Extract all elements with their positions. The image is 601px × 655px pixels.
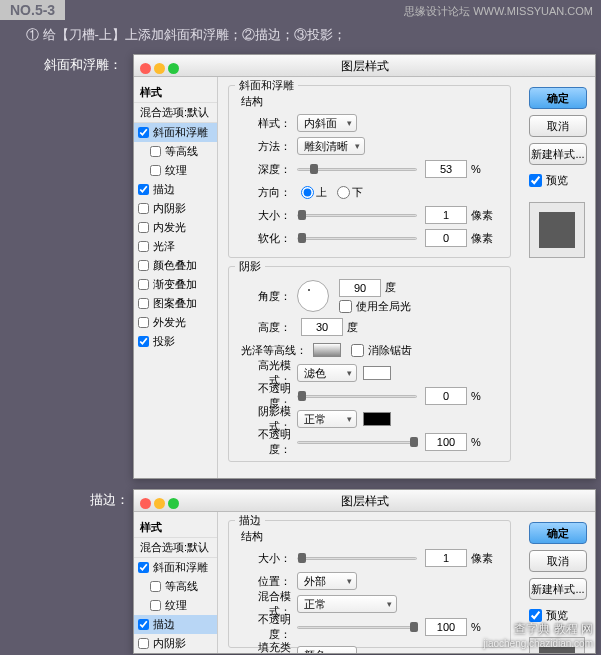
dialog-title: 图层样式 — [134, 55, 595, 77]
sidebar-inner-glow[interactable]: 内发光 — [134, 653, 217, 654]
sidebar-blend[interactable]: 混合选项:默认 — [134, 537, 217, 558]
dir-down-radio[interactable] — [337, 186, 350, 199]
cancel-button[interactable]: 取消 — [529, 550, 587, 572]
hl-op-slider[interactable] — [297, 388, 417, 404]
shade-legend: 阴影 — [235, 259, 265, 274]
depth-slider[interactable] — [297, 161, 417, 177]
sidebar-pattern-overlay[interactable]: 图案叠加 — [134, 294, 217, 313]
bevel-legend: 斜面和浮雕 — [235, 78, 298, 93]
dialog-title-2: 图层样式 — [134, 490, 595, 512]
new-style-button[interactable]: 新建样式... — [529, 578, 587, 600]
hl-mode-select[interactable]: 滤色 — [297, 364, 357, 382]
struct-sub: 结构 — [241, 529, 502, 544]
gloss-contour[interactable] — [313, 343, 341, 357]
stroke-op-input[interactable]: 100 — [425, 618, 467, 636]
stroke-op-slider[interactable] — [297, 619, 417, 635]
sidebar-satin[interactable]: 光泽 — [134, 237, 217, 256]
label-bevel: 斜面和浮雕： — [44, 56, 122, 74]
style-sidebar-2: 样式 混合选项:默认 斜面和浮雕 等高线 纹理 描边 内阴影 内发光 光泽 — [134, 512, 218, 654]
sidebar-texture[interactable]: 纹理 — [134, 596, 217, 615]
sh-op-input[interactable]: 100 — [425, 433, 467, 451]
soften-slider[interactable] — [297, 230, 417, 246]
soften-input[interactable]: 0 — [425, 229, 467, 247]
hl-op-input[interactable]: 0 — [425, 387, 467, 405]
stroke-blend-select[interactable]: 正常 — [297, 595, 397, 613]
sidebar-stroke[interactable]: 描边 — [134, 615, 217, 634]
antialias-chk[interactable] — [351, 344, 364, 357]
ok-button[interactable]: 确定 — [529, 87, 587, 109]
sidebar-head[interactable]: 样式 — [134, 518, 217, 537]
sidebar-texture[interactable]: 纹理 — [134, 161, 217, 180]
ok-button[interactable]: 确定 — [529, 522, 587, 544]
instruction-text: ① 给【刀槽-上】上添加斜面和浮雕；②描边；③投影； — [26, 26, 601, 44]
size-slider[interactable] — [297, 207, 417, 223]
size-input[interactable]: 1 — [425, 206, 467, 224]
label-stroke: 描边： — [90, 491, 129, 509]
sidebar-stroke[interactable]: 描边 — [134, 180, 217, 199]
sidebar-inner-shadow[interactable]: 内阴影 — [134, 199, 217, 218]
sidebar-drop-shadow[interactable]: 投影 — [134, 332, 217, 351]
sidebar-grad-overlay[interactable]: 渐变叠加 — [134, 275, 217, 294]
preview-chk[interactable] — [529, 174, 542, 187]
hl-color[interactable] — [363, 366, 391, 380]
sidebar-bevel[interactable]: 斜面和浮雕 — [134, 123, 217, 142]
depth-input[interactable]: 53 — [425, 160, 467, 178]
stroke-fill-select[interactable]: 颜色 — [297, 646, 357, 654]
angle-wheel[interactable] — [297, 280, 329, 312]
sidebar-inner-shadow[interactable]: 内阴影 — [134, 634, 217, 653]
angle-input[interactable]: 90 — [339, 279, 381, 297]
preview-box — [529, 202, 585, 258]
stroke-size-slider[interactable] — [297, 550, 417, 566]
sidebar-blend[interactable]: 混合选项:默认 — [134, 102, 217, 123]
sidebar-contour[interactable]: 等高线 — [134, 142, 217, 161]
sh-mode-select[interactable]: 正常 — [297, 410, 357, 428]
watermark-bottom: 查字典 教程 网 jiaocheng.chazidian.com — [483, 621, 593, 649]
watermark-top: 思缘设计论坛 WWW.MISSYUAN.COM — [404, 4, 593, 19]
global-light-chk[interactable] — [339, 300, 352, 313]
cancel-button[interactable]: 取消 — [529, 115, 587, 137]
stroke-pos-select[interactable]: 外部 — [297, 572, 357, 590]
altitude-input[interactable]: 30 — [301, 318, 343, 336]
stroke-size-input[interactable]: 1 — [425, 549, 467, 567]
sidebar-head[interactable]: 样式 — [134, 83, 217, 102]
sidebar-contour[interactable]: 等高线 — [134, 577, 217, 596]
sh-color[interactable] — [363, 412, 391, 426]
bevel-method-select[interactable]: 雕刻清晰 — [297, 137, 365, 155]
step-badge: NO.5-3 — [0, 0, 65, 20]
sidebar-bevel[interactable]: 斜面和浮雕 — [134, 558, 217, 577]
style-sidebar: 样式 混合选项:默认 斜面和浮雕 等高线 纹理 描边 内阴影 内发光 光泽 颜色… — [134, 77, 218, 478]
traffic-lights — [140, 494, 182, 516]
traffic-lights — [140, 59, 182, 81]
stroke-legend: 描边 — [235, 513, 265, 528]
new-style-button[interactable]: 新建样式... — [529, 143, 587, 165]
sh-op-slider[interactable] — [297, 434, 417, 450]
struct-sub: 结构 — [241, 94, 502, 109]
sidebar-color-overlay[interactable]: 颜色叠加 — [134, 256, 217, 275]
sidebar-inner-glow[interactable]: 内发光 — [134, 218, 217, 237]
bevel-style-select[interactable]: 内斜面 — [297, 114, 357, 132]
dir-up-radio[interactable] — [301, 186, 314, 199]
sidebar-outer-glow[interactable]: 外发光 — [134, 313, 217, 332]
